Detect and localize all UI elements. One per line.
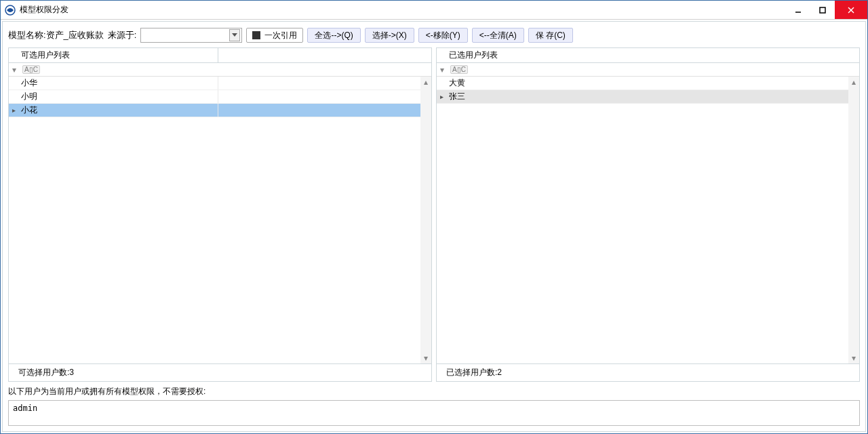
exempt-users-note: 以下用户为当前用户或拥有所有模型权限，不需要授权:	[8, 386, 860, 397]
user-name-cell: 小华	[18, 77, 420, 89]
scroll-down-icon[interactable]: ▾	[420, 353, 431, 363]
square-icon	[252, 31, 260, 39]
user-name-cell: 大黄	[446, 77, 848, 89]
content-area: 模型名称:资产_应收账款 来源于: 一次引用 全选-->(Q) 选择->(X) …	[2, 21, 866, 432]
table-row[interactable]: ▸张三	[437, 90, 848, 104]
row-indicator-icon: ▸	[9, 106, 18, 114]
minimize-button[interactable]	[786, 1, 810, 19]
maximize-button[interactable]	[810, 1, 835, 19]
table-row[interactable]: ▸小花	[9, 104, 420, 117]
table-row[interactable]: 大黄	[437, 77, 848, 90]
scrollbar[interactable]: ▴ ▾	[848, 77, 859, 363]
save-button[interactable]: 保 存(C)	[528, 28, 573, 43]
user-name-cell: 小花	[18, 104, 420, 116]
available-users-grid[interactable]: 小华小明▸小花 ▴ ▾	[9, 77, 431, 363]
window-title: 模型权限分发	[20, 4, 786, 16]
app-icon	[5, 5, 16, 16]
scroll-down-icon[interactable]: ▾	[848, 353, 859, 363]
selected-users-footer: 已选择用户数:2	[437, 363, 859, 381]
scrollbar[interactable]: ▴ ▾	[420, 77, 431, 363]
row-indicator-icon: ▸	[437, 93, 446, 100]
clear-all-button[interactable]: <--全清(A)	[472, 28, 524, 43]
available-users-header: 可选用户列表	[9, 48, 431, 63]
scroll-up-icon[interactable]: ▴	[420, 77, 431, 87]
filter-abc-icon: A▯C	[22, 65, 40, 74]
model-name-label: 模型名称:资产_应收账款	[8, 29, 104, 41]
selected-users-header: 已选用户列表	[437, 48, 859, 63]
svg-rect-2	[820, 7, 825, 13]
filter-abc-icon: A▯C	[450, 65, 468, 74]
select-all-button[interactable]: 全选-->(Q)	[307, 28, 360, 43]
user-name-cell: 张三	[446, 91, 848, 102]
select-button[interactable]: 选择->(X)	[365, 28, 414, 43]
available-filter-row[interactable]: ▾ A▯C	[9, 63, 431, 77]
once-reference-button[interactable]: 一次引用	[246, 28, 303, 43]
table-row[interactable]: 小华	[9, 77, 420, 90]
available-users-pane: 可选用户列表 ▾ A▯C 小华小明▸小花 ▴ ▾ 可选择用户数:3	[8, 47, 432, 382]
filter-icon: ▾	[9, 65, 20, 75]
selected-users-pane: 已选用户列表 ▾ A▯C 大黄▸张三 ▴ ▾ 已选择用户数:2	[436, 47, 860, 382]
selected-filter-row[interactable]: ▾ A▯C	[437, 63, 859, 77]
user-name-cell: 小明	[18, 91, 420, 102]
filter-icon: ▾	[437, 65, 448, 75]
toolbar: 模型名称:资产_应收账款 来源于: 一次引用 全选-->(Q) 选择->(X) …	[8, 26, 860, 45]
dual-panes: 可选用户列表 ▾ A▯C 小华小明▸小花 ▴ ▾ 可选择用户数:3	[8, 47, 860, 382]
source-combobox[interactable]	[140, 28, 242, 43]
close-button[interactable]	[835, 1, 867, 19]
available-users-footer: 可选择用户数:3	[9, 363, 431, 381]
remove-button[interactable]: <-移除(Y)	[418, 28, 468, 43]
app-window: 模型权限分发 模型名称:资产_应收账款 来源于: 一次引用 全选-->(Q) 选…	[0, 0, 868, 434]
once-reference-label: 一次引用	[264, 30, 297, 41]
scroll-up-icon[interactable]: ▴	[848, 77, 859, 87]
exempt-users-box: admin	[8, 400, 860, 426]
titlebar: 模型权限分发	[1, 1, 867, 20]
window-controls	[786, 1, 867, 19]
selected-users-grid[interactable]: 大黄▸张三 ▴ ▾	[437, 77, 859, 363]
source-label: 来源于:	[108, 29, 137, 41]
chevron-down-icon	[229, 29, 240, 41]
table-row[interactable]: 小明	[9, 90, 420, 104]
